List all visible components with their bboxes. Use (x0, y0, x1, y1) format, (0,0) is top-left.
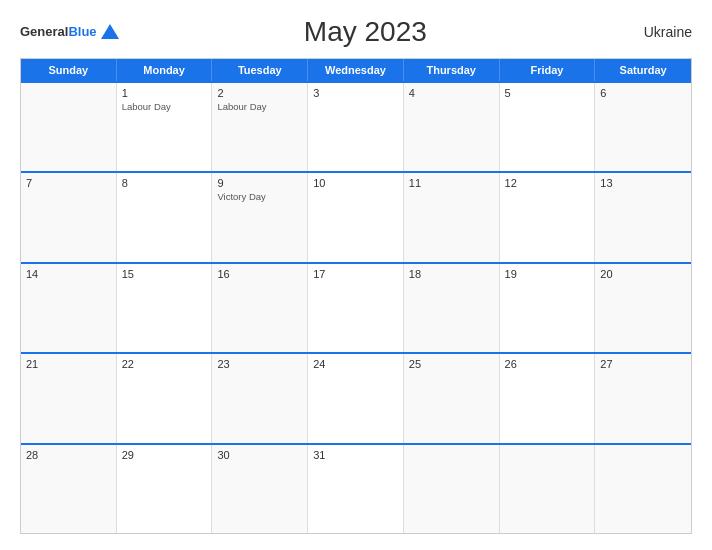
day-cell-w2-d1: 8 (117, 173, 213, 261)
day-number: 28 (26, 449, 111, 461)
logo-line1: General (20, 24, 68, 39)
day-cell-w3-d0: 14 (21, 264, 117, 352)
day-cell-w1-d2: 2Labour Day (212, 83, 308, 171)
day-cell-w3-d4: 18 (404, 264, 500, 352)
day-number: 16 (217, 268, 302, 280)
day-number: 29 (122, 449, 207, 461)
day-number: 12 (505, 177, 590, 189)
day-number: 14 (26, 268, 111, 280)
day-number: 21 (26, 358, 111, 370)
calendar-body: 1Labour Day2Labour Day3456789Victory Day… (21, 81, 691, 533)
header-sunday: Sunday (21, 59, 117, 81)
day-cell-w2-d3: 10 (308, 173, 404, 261)
header-monday: Monday (117, 59, 213, 81)
day-number: 11 (409, 177, 494, 189)
day-number: 9 (217, 177, 302, 189)
day-cell-w2-d2: 9Victory Day (212, 173, 308, 261)
day-cell-w3-d3: 17 (308, 264, 404, 352)
day-number: 20 (600, 268, 686, 280)
day-number: 24 (313, 358, 398, 370)
day-number: 22 (122, 358, 207, 370)
week-row-3: 14151617181920 (21, 262, 691, 352)
day-cell-w4-d1: 22 (117, 354, 213, 442)
day-cell-w1-d1: 1Labour Day (117, 83, 213, 171)
day-cell-w1-d5: 5 (500, 83, 596, 171)
day-event: Labour Day (217, 101, 302, 113)
day-cell-w1-d4: 4 (404, 83, 500, 171)
day-cell-w4-d6: 27 (595, 354, 691, 442)
day-number: 15 (122, 268, 207, 280)
day-number: 3 (313, 87, 398, 99)
country-label: Ukraine (612, 24, 692, 40)
day-cell-w2-d0: 7 (21, 173, 117, 261)
logo-triangle-icon (101, 24, 119, 39)
day-number: 10 (313, 177, 398, 189)
day-cell-w2-d6: 13 (595, 173, 691, 261)
header-tuesday: Tuesday (212, 59, 308, 81)
day-cell-w4-d4: 25 (404, 354, 500, 442)
day-number: 26 (505, 358, 590, 370)
day-cell-w3-d5: 19 (500, 264, 596, 352)
logo: GeneralBlue (20, 24, 119, 41)
day-number: 19 (505, 268, 590, 280)
logo-text: GeneralBlue (20, 25, 97, 39)
day-cell-w2-d5: 12 (500, 173, 596, 261)
day-cell-w1-d0 (21, 83, 117, 171)
calendar: Sunday Monday Tuesday Wednesday Thursday… (20, 58, 692, 534)
month-title: May 2023 (119, 16, 612, 48)
day-cell-w5-d1: 29 (117, 445, 213, 533)
day-headers-row: Sunday Monday Tuesday Wednesday Thursday… (21, 59, 691, 81)
day-number: 6 (600, 87, 686, 99)
day-number: 25 (409, 358, 494, 370)
day-number: 17 (313, 268, 398, 280)
day-cell-w1-d3: 3 (308, 83, 404, 171)
day-number: 2 (217, 87, 302, 99)
week-row-5: 28293031 (21, 443, 691, 533)
header-thursday: Thursday (404, 59, 500, 81)
header-friday: Friday (500, 59, 596, 81)
week-row-4: 21222324252627 (21, 352, 691, 442)
day-cell-w4-d2: 23 (212, 354, 308, 442)
day-number: 18 (409, 268, 494, 280)
header: GeneralBlue May 2023 Ukraine (20, 16, 692, 48)
week-row-1: 1Labour Day2Labour Day3456 (21, 81, 691, 171)
day-number: 27 (600, 358, 686, 370)
day-number: 1 (122, 87, 207, 99)
day-number: 5 (505, 87, 590, 99)
day-cell-w4-d0: 21 (21, 354, 117, 442)
calendar-page: GeneralBlue May 2023 Ukraine Sunday Mond… (0, 0, 712, 550)
day-number: 13 (600, 177, 686, 189)
day-number: 31 (313, 449, 398, 461)
day-number: 4 (409, 87, 494, 99)
day-cell-w5-d6 (595, 445, 691, 533)
day-number: 23 (217, 358, 302, 370)
day-cell-w3-d2: 16 (212, 264, 308, 352)
day-cell-w5-d3: 31 (308, 445, 404, 533)
day-event: Victory Day (217, 191, 302, 203)
day-cell-w1-d6: 6 (595, 83, 691, 171)
day-cell-w5-d5 (500, 445, 596, 533)
logo-line2: Blue (68, 24, 96, 39)
day-cell-w2-d4: 11 (404, 173, 500, 261)
header-wednesday: Wednesday (308, 59, 404, 81)
week-row-2: 789Victory Day10111213 (21, 171, 691, 261)
day-cell-w3-d1: 15 (117, 264, 213, 352)
day-cell-w4-d3: 24 (308, 354, 404, 442)
day-cell-w5-d0: 28 (21, 445, 117, 533)
day-event: Labour Day (122, 101, 207, 113)
day-cell-w3-d6: 20 (595, 264, 691, 352)
day-number: 30 (217, 449, 302, 461)
day-cell-w4-d5: 26 (500, 354, 596, 442)
day-cell-w5-d4 (404, 445, 500, 533)
header-saturday: Saturday (595, 59, 691, 81)
day-number: 8 (122, 177, 207, 189)
day-number: 7 (26, 177, 111, 189)
day-cell-w5-d2: 30 (212, 445, 308, 533)
